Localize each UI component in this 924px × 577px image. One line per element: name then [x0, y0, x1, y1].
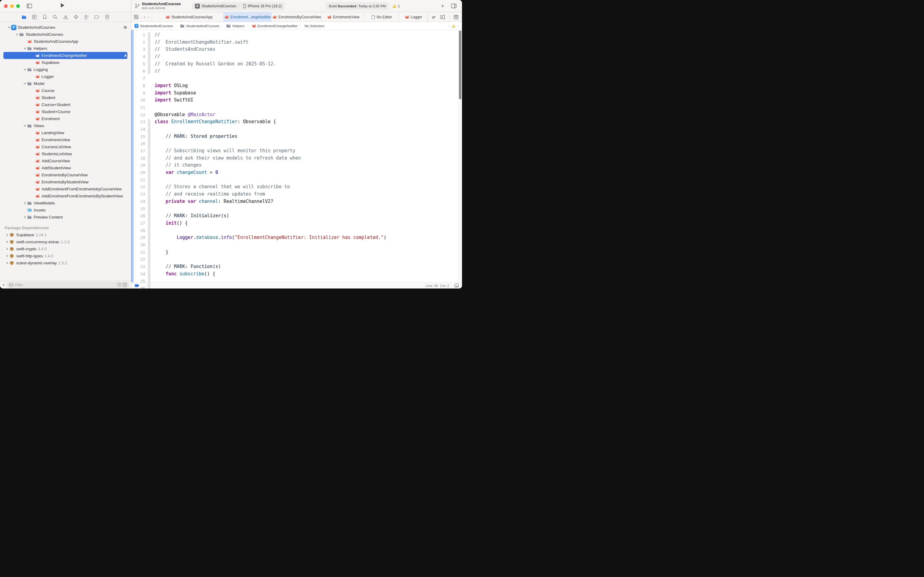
tests-icon[interactable] [73, 14, 79, 20]
sidebar-item-helpers[interactable]: Helpers [0, 45, 131, 52]
activity-status[interactable]: Build Succeeded|Today at 3:35 PM [326, 2, 389, 10]
code-line-9[interactable]: import Supabase [155, 90, 458, 97]
breakpoints-icon[interactable] [94, 14, 100, 20]
warning-count-button[interactable]: 1 [392, 4, 400, 8]
disclosure-right-icon[interactable] [5, 234, 9, 236]
line-number[interactable]: 32 [134, 256, 147, 263]
adjust-editor-icon[interactable] [440, 15, 445, 19]
right-sidebar-toggle-icon[interactable] [451, 4, 457, 8]
sidebar-item-course[interactable]: Course [0, 87, 131, 94]
sidebar-item-courseslistview[interactable]: CoursesListView [0, 143, 131, 150]
code-line-3[interactable]: // StudentsAndCourses [155, 46, 458, 53]
code-line-30[interactable] [155, 242, 458, 249]
forward-button[interactable]: › [148, 15, 149, 20]
line-number[interactable]: 3 [134, 46, 147, 53]
filter-field[interactable]: Filter [7, 282, 129, 288]
code-content[interactable]: //// EnrollmentChangeNotifier.swift// St… [151, 30, 458, 282]
line-number[interactable]: 21 [134, 176, 147, 184]
sidebar-item-addenrolmentfromenrolmentsbystudentview[interactable]: AddEnrolmentFromEnrolmentsByStudentView [0, 193, 131, 200]
sidebar-item-addcourseview[interactable]: AddCourseView [0, 157, 131, 164]
code-line-26[interactable]: // MARK: Initializer(s) [155, 213, 458, 220]
line-col-indicator[interactable]: Line: 96 Col: 2 [426, 284, 449, 288]
code-line-34[interactable]: func subscribe() { [155, 271, 458, 278]
disclosure-right-icon[interactable] [5, 255, 9, 257]
code-line-2[interactable]: // EnrollmentChangeNotifier.swift [155, 39, 458, 46]
sidebar-item-views[interactable]: Views [0, 122, 131, 129]
debug-area-toggle-icon[interactable] [454, 284, 459, 288]
line-number[interactable]: 9 [134, 90, 147, 97]
package-item-supabase[interactable]: Supabase2.24.1 [0, 231, 131, 239]
left-sidebar-toggle-icon[interactable] [27, 4, 32, 8]
line-number[interactable]: 2 [134, 39, 147, 46]
code-folding-ribbon[interactable] [147, 30, 151, 282]
code-line-14[interactable] [155, 126, 458, 133]
code-line-32[interactable] [155, 256, 458, 263]
line-number[interactable]: 24 [134, 198, 147, 205]
line-number[interactable]: 23 [134, 191, 147, 198]
line-number[interactable]: 1 [134, 31, 147, 39]
next-issue-icon[interactable]: › [458, 24, 459, 28]
tab-enrollment-angenotifier[interactable]: Enrollment...angeNotifier [224, 12, 272, 22]
code-line-18[interactable]: // and ask their view models to refresh … [155, 155, 458, 162]
fold-ribbon-segment[interactable] [148, 32, 150, 74]
previous-issue-icon[interactable]: ‹ [448, 24, 449, 28]
scheme-target[interactable]: StudentsAndCourses [202, 4, 236, 8]
related-items-icon[interactable] [134, 15, 138, 19]
sidebar-item-landingview[interactable]: LandingView [0, 129, 131, 136]
line-number[interactable]: 20 [134, 169, 147, 176]
sidebar-item-studentsandcourses[interactable]: AStudentsAndCoursesM [0, 24, 131, 31]
sidebar-item-enrolmentsbycourseview[interactable]: EnrolmentsByCourseView [0, 171, 131, 179]
code-line-29[interactable]: Logger.database.info("EnrollmentChangeNo… [155, 234, 458, 242]
find-icon[interactable] [52, 14, 58, 20]
code-line-5[interactable]: // Created by Russell Gordon on 2025-05-… [155, 61, 458, 68]
code-line-6[interactable]: // [155, 68, 458, 75]
line-number[interactable]: 11 [134, 104, 147, 111]
scheme-device[interactable]: iPhone 16 Pro (18.2) [248, 4, 282, 8]
sidebar-item-model[interactable]: Model [0, 80, 131, 87]
disclosure-down-icon[interactable] [23, 47, 27, 50]
sidebar-item-enrolment[interactable]: Enrolment [0, 115, 131, 122]
package-item-swift-crypto[interactable]: swift-crypto3.4.0 [0, 245, 131, 253]
sidebar-item-enrollmentchangenotifier[interactable]: EnrollmentChangeNotifierA [0, 52, 131, 59]
sidebar-item-student-course[interactable]: Student+Course [0, 108, 131, 115]
line-number[interactable]: 7 [134, 75, 147, 82]
line-number[interactable]: 10 [134, 97, 147, 104]
code-line-17[interactable]: // Subscribing views will monitor this p… [155, 147, 458, 155]
line-number[interactable]: 31 [134, 249, 147, 256]
code-line-7[interactable] [155, 75, 458, 82]
sidebar-item-addenrolmentfromenrolmentsbycourseview[interactable]: AddEnrolmentFromEnrolmentsbyCourseView [0, 185, 131, 193]
line-number[interactable]: 17 [134, 147, 147, 155]
breadcrumb-item-studentsandcourses[interactable]: StudentsAndCourses [180, 24, 219, 28]
line-number[interactable]: 29 [134, 234, 147, 242]
sidebar-item-enrolmentsview[interactable]: EnrolmentsView [0, 136, 131, 143]
line-number[interactable]: 14 [134, 126, 147, 133]
line-number[interactable]: 13 [134, 118, 147, 126]
zoom-button[interactable] [16, 4, 20, 8]
disclosure-right-icon[interactable] [5, 240, 9, 243]
line-number[interactable]: 30 [134, 242, 147, 249]
disclosure-down-icon[interactable] [14, 33, 19, 36]
project-navigator-icon[interactable] [21, 14, 27, 20]
package-item-swift-concurrency-extras[interactable]: swift-concurrency-extras1.1.0 [0, 239, 131, 245]
tab-enrolmentsbycourseview[interactable]: EnrolmentsByCourseView [272, 12, 322, 22]
source-control-filter-icon[interactable] [123, 283, 127, 287]
line-number[interactable]: 18 [134, 155, 147, 162]
code-line-1[interactable]: // [155, 31, 458, 39]
code-line-19[interactable]: // it changes [155, 162, 458, 169]
line-number[interactable]: 16 [134, 140, 147, 147]
code-line-8[interactable]: import OSLog [155, 82, 458, 90]
sidebar-item-studentsandcourses[interactable]: StudentsAndCourses [0, 31, 131, 38]
line-number[interactable]: 34 [134, 271, 147, 278]
recent-files-icon[interactable] [118, 283, 121, 287]
code-line-20[interactable]: var changeCount = 0 [155, 169, 458, 176]
disclosure-right-icon[interactable] [23, 216, 27, 219]
line-number[interactable]: 15 [134, 133, 147, 140]
sidebar-item-viewmodels[interactable]: ViewModels [0, 200, 131, 206]
code-line-24[interactable]: private var channel: RealtimeChannelV2? [155, 198, 458, 205]
tab-enrolmentsview[interactable]: EnrolmentsView [322, 12, 365, 22]
debug-icon[interactable] [84, 14, 90, 20]
code-line-31[interactable]: } [155, 249, 458, 256]
line-number[interactable]: 35 [134, 277, 147, 285]
sidebar-item-student[interactable]: Student [0, 94, 131, 101]
line-number[interactable]: 6 [134, 68, 147, 75]
